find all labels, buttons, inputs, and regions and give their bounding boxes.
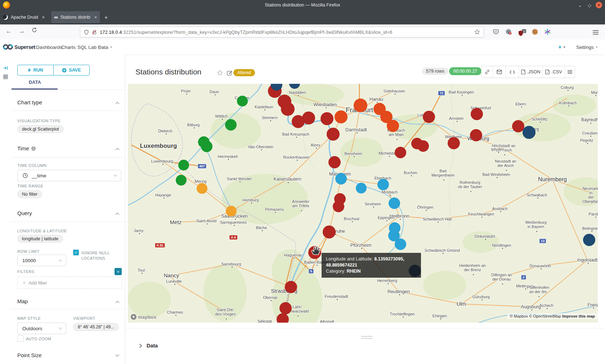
superset-logo-icon[interactable]	[3, 44, 13, 50]
improve-map-link[interactable]: Improve this map	[562, 314, 595, 318]
section-map[interactable]: Map	[17, 298, 28, 304]
pocket-icon[interactable]	[493, 28, 499, 36]
section-chart-type[interactable]: Chart type	[17, 99, 42, 105]
scatter-point[interactable]	[377, 179, 389, 190]
nav-data[interactable]: Data▼	[98, 45, 112, 50]
scatter-point[interactable]	[389, 197, 400, 209]
chevron-down-icon[interactable]	[115, 354, 120, 359]
scatter-point[interactable]	[281, 102, 295, 116]
section-query[interactable]: Query	[17, 210, 32, 216]
scatter-point[interactable]	[354, 99, 367, 112]
edit-title-icon[interactable]	[227, 70, 232, 76]
row-limit-select[interactable]: 10000	[17, 255, 66, 266]
resize-handle[interactable]	[361, 336, 373, 337]
viz-type-value[interactable]: deck.gl Scatterplot	[17, 125, 64, 133]
new-tab-button[interactable]: +	[104, 14, 108, 21]
scatter-point[interactable]	[470, 129, 482, 141]
tab-apache-druid[interactable]: Apache Druid ✕	[3, 11, 50, 23]
add-new-button[interactable]: +▼	[558, 44, 566, 50]
embed-code-button[interactable]	[506, 66, 519, 78]
scatter-point[interactable]	[387, 120, 399, 132]
datasource-grid-icon[interactable]	[3, 74, 8, 79]
export-json-button[interactable]: .JSON	[519, 66, 542, 78]
scatter-point[interactable]	[279, 302, 292, 314]
scatter-point[interactable]	[302, 112, 315, 124]
ublock-icon[interactable]: 2	[517, 29, 527, 38]
scatter-point[interactable]	[285, 281, 297, 293]
data-panel-toggle[interactable]: Data	[139, 343, 158, 349]
brand-name[interactable]: Superset	[14, 44, 35, 50]
scatter-point[interactable]	[395, 147, 406, 158]
tab-close-icon[interactable]: ✕	[94, 15, 97, 20]
scatter-point[interactable]	[395, 238, 406, 250]
share-link-button[interactable]	[481, 66, 493, 78]
scatter-point[interactable]	[277, 313, 289, 323]
scatter-point[interactable]	[237, 96, 248, 106]
scatter-point[interactable]	[356, 183, 367, 194]
collapse-panel-icon[interactable]	[3, 66, 8, 70]
scatter-point[interactable]	[448, 137, 460, 149]
time-range-value[interactable]: No filter	[17, 190, 42, 198]
add-filter-plus-button[interactable]: +	[115, 268, 122, 275]
scatter-point[interactable]	[417, 140, 429, 152]
run-button[interactable]: RUN	[18, 65, 53, 75]
scatter-point[interactable]	[176, 175, 187, 186]
map-canvas[interactable]: PrümDaunCochemNastättenGelnhausenBad Kis…	[128, 84, 598, 323]
close-button[interactable]: ✕	[596, 1, 602, 9]
scatter-point[interactable]	[178, 160, 189, 170]
scatter-point[interactable]	[583, 234, 595, 246]
email-button[interactable]	[493, 66, 506, 78]
scatter-point[interactable]	[225, 119, 237, 131]
scatter-point[interactable]	[201, 141, 212, 152]
auto-zoom-checkbox[interactable]	[17, 335, 24, 342]
scatter-point[interactable]	[335, 173, 347, 185]
tab-stations-distribution[interactable]: ∞ Stations distribution ✕	[51, 11, 100, 23]
maximize-button[interactable]: ◇	[588, 1, 591, 9]
chevron-up-icon[interactable]	[115, 147, 120, 152]
scatter-point[interactable]	[226, 206, 237, 217]
mapbox-logo[interactable]: ✦ mapbox	[131, 314, 157, 320]
altered-badge[interactable]: Altered	[233, 69, 255, 76]
tab-data[interactable]: DATA	[29, 80, 41, 85]
scatter-point[interactable]	[471, 108, 483, 120]
bookmark-star-icon[interactable]	[474, 29, 480, 35]
scatter-point[interactable]	[423, 111, 435, 123]
map-style-select[interactable]: Outdoors	[17, 323, 66, 334]
privacy-badger-icon[interactable]	[505, 28, 512, 37]
export-csv-button[interactable]: x .CSV	[542, 66, 565, 78]
scatter-point[interactable]	[523, 126, 535, 139]
scatter-point[interactable]	[335, 110, 348, 123]
scatter-point[interactable]	[327, 128, 340, 141]
scatter-point[interactable]	[323, 226, 336, 238]
chart-menu-button[interactable]	[565, 66, 575, 78]
chevron-up-icon[interactable]	[115, 212, 120, 217]
nav-dashboards[interactable]: Dashboards	[36, 45, 62, 50]
add-filter-dropzone[interactable]: + Add filter	[17, 277, 122, 289]
section-time[interactable]: Timei	[17, 145, 36, 151]
reload-button[interactable]	[32, 27, 37, 35]
menu-icon[interactable]	[593, 29, 599, 36]
ignore-null-checkbox[interactable]: ✓	[73, 250, 79, 255]
save-button[interactable]: SAVE	[53, 65, 89, 75]
insecure-lock-icon[interactable]	[92, 29, 97, 35]
lonlat-value[interactable]: longitude | latitude	[17, 235, 63, 243]
minimize-button[interactable]: ⌄	[578, 1, 582, 9]
chevron-up-icon[interactable]	[115, 300, 120, 305]
shield-icon[interactable]	[84, 29, 89, 35]
scatter-point[interactable]	[328, 156, 341, 168]
viewport-value[interactable]: 8° 46' 45.28" | 49...	[73, 323, 119, 331]
section-point-size[interactable]: Point Size	[17, 352, 42, 358]
resize-handle[interactable]	[361, 338, 373, 339]
back-button[interactable]: ←	[6, 28, 12, 35]
chevron-up-icon[interactable]	[115, 101, 120, 106]
nav-sql-lab[interactable]: SQL Lab▼	[77, 45, 101, 50]
tab-close-icon[interactable]: ✕	[42, 15, 45, 20]
forward-button[interactable]: →	[19, 28, 25, 35]
url-bar[interactable]: 172.18.0.4:32251/superset/explore/?form_…	[80, 27, 484, 37]
scatter-point[interactable]	[197, 183, 207, 194]
favorite-star-icon[interactable]	[217, 70, 223, 76]
cookie-icon[interactable]	[532, 28, 538, 37]
time-column-select[interactable]: __time	[17, 170, 121, 181]
multi-account-containers-icon[interactable]	[544, 28, 551, 37]
scatter-point[interactable]	[321, 112, 333, 125]
